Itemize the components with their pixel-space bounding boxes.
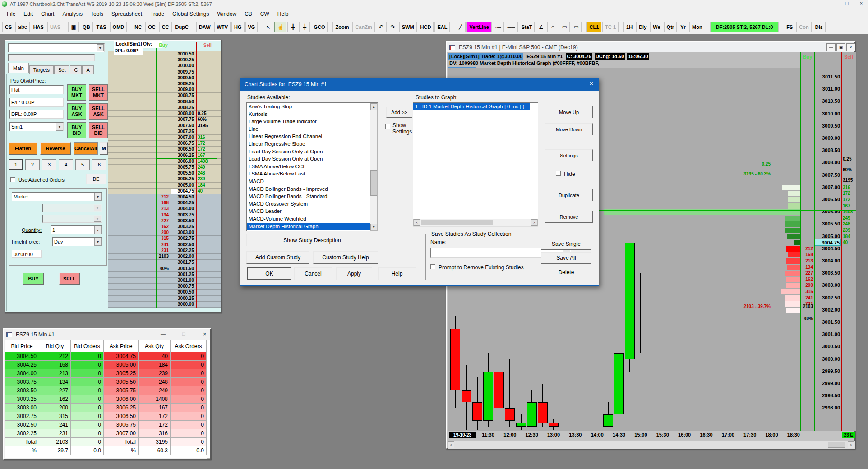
studies-available-list[interactable]: Kiwi's Trailing StopKurtosisLarge Volume…	[246, 102, 378, 231]
maximize-icon[interactable]: □	[182, 331, 185, 336]
toolbar-button-uas[interactable]: UAS	[47, 22, 63, 32]
ladder-row[interactable]	[108, 69, 221, 75]
toolbar-button-qtr[interactable]: Qtr	[664, 22, 677, 32]
ladder-price[interactable]: 3009.00	[171, 87, 194, 92]
ladder-sell-qty[interactable]: 0.25	[198, 111, 216, 116]
ladder-sell-qty[interactable]: 239	[198, 176, 216, 182]
order-type-combo[interactable]: Market	[12, 192, 102, 201]
ladder-sell-qty[interactable]: 1408	[198, 159, 216, 164]
ladder-row[interactable]	[108, 290, 221, 295]
move-down-button[interactable]: Move Down	[545, 123, 593, 135]
menu-file[interactable]: File	[3, 9, 19, 19]
toolbar-button-1h[interactable]: 1H	[623, 22, 635, 32]
ladder-row[interactable]	[108, 93, 221, 99]
ladder-price[interactable]: 3010.00	[171, 63, 194, 69]
toolbar-button-we[interactable]: We	[650, 22, 663, 32]
menu-global-settings[interactable]: Global Settings	[168, 9, 213, 19]
restore-icon[interactable]: ▣	[836, 43, 845, 51]
study-list-item[interactable]: MACD Bollinger Bands - Improved	[247, 185, 370, 193]
ladder-price[interactable]: 3000.25	[171, 296, 194, 301]
scroll-left-icon[interactable]: <	[448, 441, 454, 448]
ladder-row[interactable]	[108, 296, 221, 302]
ladder-price[interactable]: 3007.50	[171, 123, 194, 129]
ladder-sell-qty[interactable]: 249	[198, 165, 216, 170]
ladder-sell-qty[interactable]: 248	[198, 170, 216, 176]
ladder-row[interactable]	[108, 81, 221, 87]
preset-6-button[interactable]: 6	[92, 159, 106, 170]
sell-ask-button[interactable]: SELLASK	[89, 103, 108, 120]
ladder-price[interactable]: 3002.25	[171, 248, 194, 253]
ladder-row[interactable]	[108, 278, 221, 284]
save-single-button[interactable]: Save Single	[541, 238, 591, 250]
scroll-thumb[interactable]	[370, 170, 377, 196]
remove-button[interactable]: Remove	[545, 211, 593, 223]
study-list-item[interactable]: Market Depth Historical Graph	[247, 223, 370, 230]
scroll-left-icon[interactable]: <	[414, 219, 420, 226]
toolbar-button-fs[interactable]: FS	[784, 22, 795, 32]
toolbar-button-wtv[interactable]: WTV	[214, 22, 231, 32]
tab-targets[interactable]: Targets	[29, 65, 54, 74]
time-field[interactable]: 00:00:00	[12, 250, 42, 258]
close-icon[interactable]: ×	[203, 331, 207, 337]
ladder-price[interactable]: 3008.25	[171, 105, 194, 110]
study-list-item[interactable]: MACD Bollinger Bands - Standard	[247, 193, 370, 200]
toolbar-button-has[interactable]: HAS	[31, 22, 46, 32]
scroll-right-icon[interactable]: >	[848, 441, 854, 448]
ladder-price[interactable]: 3002.50	[171, 242, 194, 248]
chevron-down-icon[interactable]: ▼	[94, 238, 102, 246]
cancel-all-button[interactable]: CancelAll	[74, 142, 98, 155]
spellcheck-icon[interactable]: abc	[15, 22, 29, 32]
ladder-price[interactable]: 3006.25	[171, 153, 194, 158]
apply-button[interactable]: Apply	[336, 267, 372, 280]
toolbar-button-vertline[interactable]: VertLine	[466, 22, 491, 32]
app-minimize-button[interactable]: —	[828, 0, 836, 6]
ladder-row[interactable]	[108, 260, 221, 266]
toolbar-button-dly[interactable]: Dly	[636, 22, 649, 32]
menu-chart[interactable]: Chart	[37, 9, 58, 19]
ladder-price[interactable]: 3006.50	[171, 147, 194, 152]
toolbar-button-cc[interactable]: CC	[159, 22, 172, 32]
crosshair-icon[interactable]: ╋	[287, 22, 298, 32]
ladder-price[interactable]: 3004.25	[171, 200, 194, 206]
toolbar-button-hg[interactable]: HG	[231, 22, 245, 32]
study-list-item[interactable]: MACD Leader	[247, 207, 370, 215]
angle-tool-icon[interactable]: ∠	[536, 22, 546, 32]
symbol-combo[interactable]: ▼	[8, 43, 105, 52]
ladder-sell-qty[interactable]: 184	[198, 183, 216, 188]
menu-window[interactable]: Window	[213, 9, 240, 19]
ladder-price[interactable]: 3002.75	[171, 236, 194, 241]
prompt-remove-checkbox[interactable]	[430, 264, 435, 269]
show-settings-checkbox[interactable]	[385, 124, 390, 129]
ladder-sell-qty[interactable]: 172	[198, 141, 216, 146]
delete-button[interactable]: Delete	[541, 267, 591, 278]
ladder-price[interactable]: 3007.25	[171, 129, 194, 134]
toolbar-button-cl1[interactable]: CL1	[586, 22, 601, 32]
ladder-price[interactable]: 3003.50	[171, 218, 194, 224]
trendline-icon[interactable]: ╱	[455, 22, 466, 32]
study-list-item[interactable]: Kurtosis	[247, 110, 370, 118]
menu-trade[interactable]: Trade	[146, 9, 168, 19]
ladder-price[interactable]: 3010.50	[171, 51, 194, 57]
ladder-price[interactable]: 3006.00	[171, 159, 194, 164]
ladder-price[interactable]: 3005.50	[171, 170, 194, 176]
ladder-price[interactable]: 3000.50	[171, 290, 194, 295]
ladder-price[interactable]: 3005.25	[171, 176, 194, 182]
menu-spreadsheet[interactable]: Spreadsheet	[107, 9, 146, 19]
menu-cb[interactable]: CB	[240, 9, 256, 19]
preset-2-button[interactable]: 2	[25, 159, 40, 170]
ladder-sell-qty[interactable]: 40	[198, 189, 216, 194]
sell-mkt-button[interactable]: SELLMKT	[89, 84, 108, 101]
rectangle2-icon[interactable]: ▭	[571, 22, 582, 32]
toolbar-button-hcd[interactable]: HCD	[418, 22, 434, 32]
scroll-thumb[interactable]	[421, 220, 493, 225]
redo-icon[interactable]: ↷	[388, 22, 398, 32]
ladder-row[interactable]	[108, 87, 221, 93]
preset-3-button[interactable]: 3	[42, 159, 56, 170]
undo-icon[interactable]: ↶	[376, 22, 387, 32]
hide-checkbox[interactable]	[556, 171, 561, 176]
ladder-price[interactable]: 3006.75	[171, 141, 194, 146]
toolbar-button-yr[interactable]: Yr	[678, 22, 688, 32]
ladder-row[interactable]	[108, 75, 221, 81]
save-all-button[interactable]: Save All	[541, 252, 591, 264]
toolbar-button-stat[interactable]: StaT	[519, 22, 535, 32]
